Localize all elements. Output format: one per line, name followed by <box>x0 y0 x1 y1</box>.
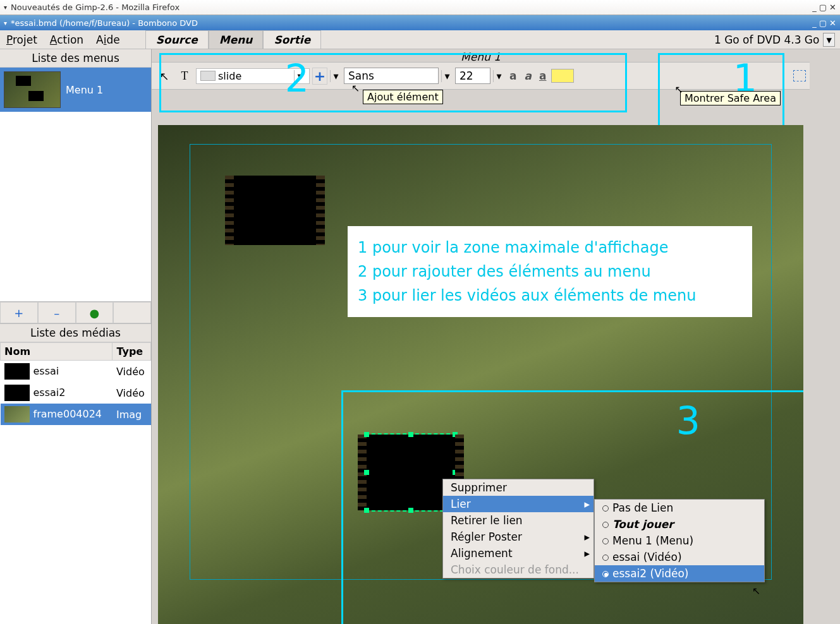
media-row[interactable]: essaiVidéo <box>1 361 151 383</box>
tab-source[interactable]: Source <box>145 30 209 49</box>
media-name: essai <box>33 365 59 377</box>
media-name: essai2 <box>33 387 66 399</box>
submenu-arrow-icon: ▸ <box>584 498 590 510</box>
disc-total: DVD 4.3 Go <box>757 33 820 46</box>
media-type: Vidéo <box>113 361 151 383</box>
annotation-number-3: 3 <box>676 399 700 443</box>
media-type: Imag <box>113 404 151 425</box>
link-option[interactable]: Tout jouer <box>595 516 764 532</box>
menu-element-clip[interactable] <box>234 176 316 245</box>
menus-panel-title: Liste des menus <box>0 49 151 68</box>
minimize-icon[interactable]: _ <box>812 18 817 28</box>
media-row[interactable]: essai2Vidéo <box>1 382 151 404</box>
firefox-title: Nouveautés de Gimp-2.6 - Mozilla Firefox <box>11 3 180 12</box>
close-icon[interactable]: ✕ <box>829 18 836 28</box>
disc-used: 1 Go of <box>714 33 753 46</box>
submenu-arrow-icon: ▸ <box>584 547 590 560</box>
left-panel: Liste des menus Menu 1 + – ● Liste des m… <box>0 49 152 624</box>
menu-element-clip-selected[interactable] <box>367 435 455 510</box>
menus-list[interactable]: Menu 1 <box>0 68 151 301</box>
ctx-lier[interactable]: Lier▸ <box>443 496 593 512</box>
ctx-supprimer[interactable]: Supprimer <box>443 479 593 496</box>
media-row[interactable]: frame004024Imag <box>1 404 151 425</box>
col-name[interactable]: Nom <box>1 343 113 361</box>
tooltip-safe-area: Montrer Safe Area <box>680 91 781 105</box>
app-titlebar: ▾ *essai.bmd (/home/f/Bureau) - Bombono … <box>0 15 840 30</box>
menu-projet[interactable]: PProjetrojet <box>0 31 44 49</box>
add-menu-button[interactable]: + <box>0 302 38 323</box>
media-thumb-icon <box>4 406 30 423</box>
firefox-window-controls[interactable]: _▢✕ <box>810 3 836 12</box>
remove-menu-button[interactable]: – <box>38 302 76 323</box>
media-list[interactable]: NomType essaiVidéo essai2Vidéo frame0040… <box>0 342 151 624</box>
safe-area-toggle-icon[interactable] <box>793 70 806 81</box>
annotation-line: 3 pour lier les vidéos aux éléments de m… <box>358 287 742 304</box>
col-type[interactable]: Type <box>113 343 151 361</box>
window-menu-icon[interactable]: ▾ <box>4 4 7 11</box>
tooltip-add-element: Ajout élément <box>363 90 443 104</box>
annotation-line: 1 pour voir la zone maximale d'affichage <box>358 239 742 256</box>
context-submenu-lier[interactable]: Pas de Lien Tout jouer Menu 1 (Menu) ess… <box>594 499 765 582</box>
menu-action[interactable]: ActionAction <box>44 31 90 49</box>
spacer-button <box>113 302 151 323</box>
disc-capacity: 1 Go of DVD 4.3 Go ▾ <box>714 33 840 47</box>
ctx-regler-poster[interactable]: Régler Poster▸ <box>443 529 593 545</box>
link-option[interactable]: Pas de Lien <box>595 500 764 516</box>
menu-item-label: Menu 1 <box>66 84 103 96</box>
annotation-number-2: 2 <box>285 56 309 100</box>
context-menu[interactable]: Supprimer Lier▸ Retirer le lien Régler P… <box>442 479 594 579</box>
link-option[interactable]: essai (Vidéo) <box>595 549 764 565</box>
disc-dropdown[interactable]: ▾ <box>823 33 835 47</box>
menu-thumbnail <box>4 71 61 108</box>
menubar: PProjetrojet ActionAction AideAide Sourc… <box>0 30 840 49</box>
menu-list-item[interactable]: Menu 1 <box>0 68 151 112</box>
menu-aide[interactable]: AideAide <box>90 31 126 49</box>
submenu-arrow-icon: ▸ <box>584 531 590 543</box>
window-menu-icon[interactable]: ▾ <box>4 20 7 27</box>
tab-sortie[interactable]: Sortie <box>263 30 321 49</box>
tab-menu[interactable]: Menu <box>209 30 264 49</box>
ctx-alignement[interactable]: Alignement▸ <box>443 545 593 561</box>
ctx-couleur-fond: Choix couleur de fond... <box>443 561 593 578</box>
media-thumb-icon <box>4 385 30 401</box>
media-type: Vidéo <box>113 382 151 404</box>
close-icon[interactable]: ✕ <box>829 3 836 12</box>
app-window-controls[interactable]: _▢✕ <box>810 18 836 28</box>
minimize-icon[interactable]: _ <box>812 3 817 12</box>
editor-area: Menu 1 ↖ T slide ▾ + ▾ ▾ ▾ a a a 2 <box>152 49 810 624</box>
link-option[interactable]: Menu 1 (Menu) <box>595 532 764 549</box>
maximize-icon[interactable]: ▢ <box>819 3 827 12</box>
media-name: frame004024 <box>33 408 102 420</box>
app-title: *essai.bmd (/home/f/Bureau) - Bombono DV… <box>11 18 198 28</box>
annotation-line: 2 pour rajouter des éléments au menu <box>358 263 742 280</box>
maximize-icon[interactable]: ▢ <box>819 18 827 28</box>
ctx-retirer-lien[interactable]: Retirer le lien <box>443 512 593 529</box>
annotation-text-box: 1 pour voir la zone maximale d'affichage… <box>348 226 752 317</box>
menu-canvas[interactable]: 1 pour voir la zone maximale d'affichage… <box>158 125 803 624</box>
firefox-titlebar: ▾ Nouveautés de Gimp-2.6 - Mozilla Firef… <box>0 0 840 15</box>
media-panel-title: Liste des médias <box>0 324 151 342</box>
right-gutter <box>810 49 840 624</box>
link-option-selected[interactable]: essai2 (Vidéo) <box>595 565 764 582</box>
menu-buttons-row: + – ● <box>0 301 151 324</box>
media-thumb-icon <box>4 363 30 380</box>
record-button[interactable]: ● <box>76 302 114 323</box>
